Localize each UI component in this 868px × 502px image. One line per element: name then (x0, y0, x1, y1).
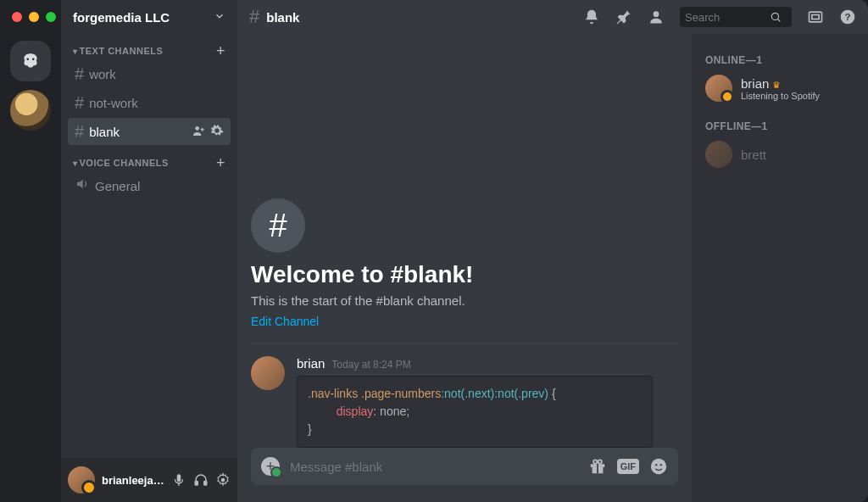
category-label: VOICE CHANNELS (80, 158, 169, 168)
message-author[interactable]: brian (297, 356, 325, 371)
channel-header: # blank ? (237, 0, 868, 34)
svg-point-17 (593, 460, 597, 463)
members-offline-heading: OFFLINE—1 (705, 120, 854, 132)
svg-point-1 (771, 13, 778, 20)
channel-title: blank (266, 10, 299, 25)
maximize-window[interactable] (46, 12, 56, 22)
members-online-heading: ONLINE—1 (705, 54, 854, 66)
member-name: brian (741, 76, 769, 91)
gift-icon[interactable] (588, 457, 607, 476)
channel-not-work[interactable]: #not-work (68, 89, 231, 116)
channel-label: work (89, 67, 116, 81)
voice-channel-general[interactable]: General (68, 172, 231, 199)
member-brett[interactable]: brett (700, 137, 860, 171)
svg-point-18 (598, 460, 601, 463)
svg-rect-12 (204, 482, 207, 486)
guild-forgemedia[interactable] (10, 90, 51, 131)
home-button[interactable] (10, 41, 51, 81)
avatar[interactable] (251, 356, 285, 390)
mic-icon[interactable] (171, 472, 186, 488)
hash-icon: # (75, 64, 84, 84)
chevron-down-icon: ▾ (73, 47, 78, 56)
message-input[interactable] (290, 460, 578, 474)
hash-icon: # (75, 122, 84, 142)
avatar (705, 141, 732, 168)
gear-icon[interactable] (215, 472, 231, 488)
search-box[interactable] (680, 7, 792, 27)
svg-point-19 (651, 459, 666, 474)
add-channel-icon[interactable]: + (216, 159, 225, 167)
channel-work[interactable]: #work (68, 60, 231, 87)
svg-point-20 (655, 464, 657, 466)
chevron-down-icon (214, 10, 225, 25)
channel-label: General (95, 179, 140, 193)
svg-point-13 (221, 478, 225, 482)
svg-text:?: ? (844, 11, 850, 22)
server-header[interactable]: forgemedia LLC (61, 0, 237, 34)
close-window[interactable] (12, 12, 22, 22)
divider (251, 343, 678, 344)
svg-point-8 (32, 59, 35, 61)
user-panel: brianleejack... (61, 458, 237, 502)
svg-line-2 (777, 19, 780, 21)
avatar (705, 75, 732, 102)
members-icon[interactable] (648, 8, 665, 25)
message-list: # Welcome to #blank! This is the start o… (237, 34, 692, 448)
add-channel-icon[interactable]: + (216, 47, 225, 55)
inbox-icon[interactable] (807, 8, 824, 25)
gear-icon[interactable] (210, 124, 224, 140)
member-brian[interactable]: brian♛ Listening to Spotify (700, 71, 860, 105)
chat-column: # Welcome to #blank! This is the start o… (237, 34, 692, 502)
welcome-subtitle: This is the start of the #blank channel. (251, 293, 678, 308)
channel-sidebar: ▾ TEXT CHANNELS + #work #not-work # blan… (61, 34, 237, 502)
svg-point-21 (660, 464, 662, 466)
svg-rect-16 (597, 464, 598, 473)
svg-rect-4 (812, 15, 819, 20)
invite-icon[interactable] (192, 124, 205, 140)
app-window: forgemedia LLC # blank ? (0, 0, 868, 502)
minimize-window[interactable] (29, 12, 39, 22)
body: ▾ TEXT CHANNELS + #work #not-work # blan… (0, 34, 868, 502)
emoji-icon[interactable] (649, 457, 668, 476)
hash-icon: # (249, 6, 259, 28)
pin-icon[interactable] (615, 8, 632, 25)
window-controls (0, 0, 61, 34)
guild-rail (0, 34, 61, 502)
message-timestamp: Today at 8:24 PM (331, 359, 410, 371)
channel-blank[interactable]: # blank (68, 118, 231, 145)
svg-point-0 (654, 11, 659, 17)
help-icon[interactable]: ? (839, 8, 856, 25)
hash-badge: # (251, 198, 305, 253)
svg-rect-3 (810, 12, 822, 22)
member-name: brett (741, 148, 766, 162)
member-status: Listening to Spotify (741, 91, 820, 101)
edit-channel-link[interactable]: Edit Channel (251, 315, 678, 328)
svg-point-7 (26, 59, 29, 61)
title-bar: forgemedia LLC # blank ? (0, 0, 868, 34)
bell-icon[interactable] (583, 8, 600, 25)
welcome-title: Welcome to #blank! (251, 261, 678, 288)
attach-button[interactable]: + (261, 457, 280, 476)
category-text[interactable]: ▾ TEXT CHANNELS + (61, 34, 237, 59)
avatar[interactable] (68, 466, 95, 494)
svg-rect-10 (177, 474, 181, 482)
svg-point-9 (195, 126, 199, 131)
gif-button[interactable]: GIF (617, 459, 639, 474)
chevron-down-icon: ▾ (73, 159, 78, 168)
search-input[interactable] (685, 11, 770, 24)
message: brian Today at 8:24 PM .nav-links .page-… (251, 356, 678, 448)
code-block: .nav-links .page-numbers:not(.next):not(… (297, 376, 653, 448)
channel-label: not-work (89, 96, 138, 110)
search-icon (770, 11, 782, 23)
member-list: ONLINE—1 brian♛ Listening to Spotify OFF… (692, 34, 868, 502)
channel-label: blank (89, 125, 120, 139)
headphones-icon[interactable] (193, 472, 209, 488)
composer-inner: + GIF (251, 448, 678, 485)
hash-icon: # (75, 93, 84, 113)
category-voice[interactable]: ▾ VOICE CHANNELS + (61, 146, 237, 171)
crown-icon: ♛ (772, 80, 781, 90)
svg-rect-11 (195, 482, 198, 486)
category-label: TEXT CHANNELS (80, 46, 164, 56)
main-area: # Welcome to #blank! This is the start o… (237, 34, 868, 502)
speaker-icon (75, 176, 90, 196)
